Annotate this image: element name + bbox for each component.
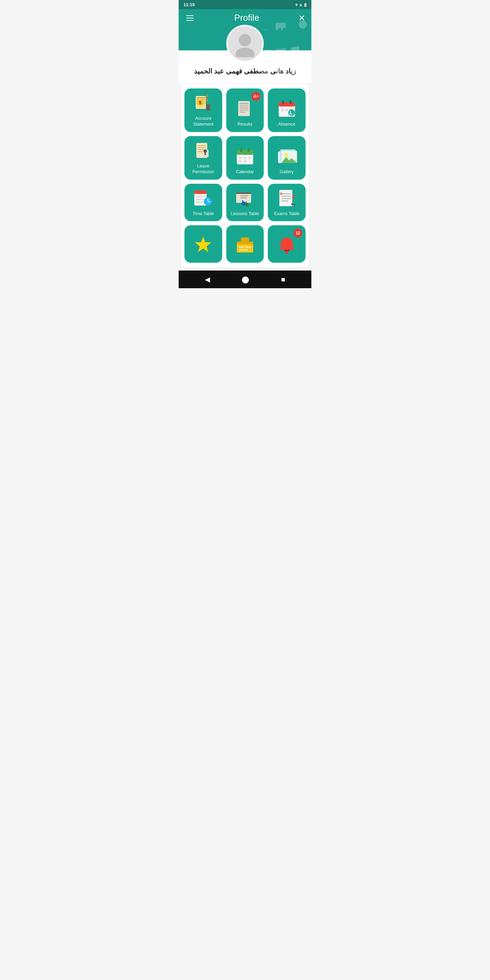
svg-marker-87: [195, 237, 211, 252]
avatar: [226, 25, 264, 62]
grid-item-account-statement[interactable]: $ Account Statement: [185, 89, 222, 132]
svg-rect-71: [208, 202, 210, 202]
profile-section: Profile ✕: [179, 9, 311, 83]
svg-rect-16: [196, 97, 205, 98]
label-calendar: Calendar: [236, 169, 254, 175]
svg-marker-22: [206, 94, 208, 98]
badge-results: A+: [251, 92, 260, 101]
label-lessons-table: Lessons Table: [231, 211, 259, 217]
grid-item-leave-permission[interactable]: Leave Permission: [185, 136, 222, 180]
svg-rect-65: [194, 191, 207, 194]
grid-item-item-12[interactable]: 12: [268, 225, 305, 263]
svg-rect-73: [236, 192, 251, 194]
svg-rect-51: [240, 148, 242, 152]
svg-rect-81: [282, 193, 291, 194]
grid-item-time-table[interactable]: Time Table: [185, 184, 222, 221]
svg-rect-28: [240, 107, 248, 108]
svg-rect-53: [239, 157, 242, 159]
svg-rect-26: [240, 103, 248, 104]
svg-rect-86: [291, 204, 295, 205]
svg-rect-79: [246, 202, 247, 205]
icon-calendar: [235, 146, 255, 166]
label-gallery: Gallery: [280, 169, 294, 175]
grid-item-item-11[interactable]: [226, 225, 264, 263]
icon-item-11: [235, 235, 255, 255]
grid-item-lessons-table[interactable]: Lessons Table: [226, 184, 264, 221]
close-button[interactable]: ✕: [298, 14, 305, 22]
svg-rect-35: [290, 100, 292, 105]
svg-rect-84: [282, 200, 288, 202]
svg-rect-30: [240, 110, 248, 111]
grid-item-absence[interactable]: L Absence: [268, 89, 305, 132]
icon-account-statement: $: [193, 92, 213, 113]
icon-time-table: [193, 188, 213, 208]
icon-exams-table: [277, 188, 297, 208]
svg-text:$: $: [199, 100, 202, 105]
icon-gallery: [277, 146, 297, 166]
svg-rect-74: [240, 195, 248, 196]
grid-section: $ Account StatementA+ Results L Absence: [181, 83, 309, 268]
svg-rect-34: [282, 100, 284, 105]
svg-marker-23: [206, 98, 208, 102]
svg-rect-36: [282, 108, 284, 111]
label-time-table: Time Table: [192, 211, 214, 217]
status-icons: ▾ ▲ ▮: [295, 2, 307, 7]
recents-button[interactable]: ■: [278, 273, 288, 286]
svg-text:L: L: [290, 110, 293, 115]
svg-rect-33: [279, 102, 295, 107]
svg-rect-50: [237, 150, 253, 155]
back-button[interactable]: ◀: [202, 272, 213, 286]
grid-item-exams-table[interactable]: Exams Table: [268, 184, 305, 221]
svg-rect-42: [198, 145, 206, 146]
wifi-icon: ▾: [295, 2, 298, 7]
svg-rect-57: [243, 160, 247, 162]
svg-point-76: [242, 202, 246, 205]
home-button[interactable]: ⬤: [239, 272, 252, 286]
menu-button[interactable]: [185, 14, 195, 22]
svg-rect-75: [240, 197, 247, 198]
svg-rect-31: [240, 112, 246, 113]
svg-rect-56: [239, 160, 242, 162]
grid-item-gallery[interactable]: Gallery: [268, 136, 305, 180]
label-account-statement: Account Statement: [187, 116, 220, 127]
label-leave-permission: Leave Permission: [187, 163, 220, 175]
icon-leave-permission: [193, 140, 213, 161]
svg-rect-68: [196, 202, 205, 203]
battery-icon: ▮: [304, 2, 307, 7]
svg-point-63: [285, 153, 288, 156]
grid-item-results[interactable]: A+ Results: [226, 89, 264, 132]
svg-rect-67: [196, 199, 205, 200]
icon-absence: L: [277, 98, 297, 119]
svg-rect-93: [284, 250, 290, 251]
svg-rect-83: [282, 198, 291, 199]
page-title: Profile: [234, 13, 259, 23]
svg-point-94: [285, 251, 288, 254]
svg-rect-91: [239, 249, 248, 250]
icon-item-10: [193, 235, 213, 255]
menu-grid: $ Account StatementA+ Results L Absence: [185, 89, 305, 263]
svg-rect-66: [196, 196, 205, 197]
avatar-container: [226, 25, 264, 62]
svg-point-14: [235, 48, 255, 57]
svg-rect-29: [240, 108, 248, 109]
svg-rect-43: [198, 147, 206, 148]
status-time: 11:19: [183, 2, 195, 7]
svg-rect-90: [239, 247, 251, 248]
bottom-navigation-bar: ◀ ⬤ ■: [179, 270, 311, 288]
svg-rect-85: [280, 192, 282, 195]
grid-item-item-10[interactable]: [185, 225, 222, 263]
svg-rect-52: [248, 148, 250, 152]
svg-rect-92: [241, 237, 249, 242]
badge-item-12: 12: [293, 229, 302, 237]
svg-rect-27: [240, 105, 248, 106]
svg-rect-24: [207, 105, 210, 111]
svg-rect-54: [243, 157, 247, 159]
svg-rect-82: [282, 196, 291, 197]
icon-lessons-table: [235, 188, 255, 208]
grid-item-calendar[interactable]: Calendar: [226, 136, 264, 180]
svg-point-13: [239, 34, 251, 46]
svg-rect-70: [208, 199, 208, 202]
svg-rect-78: [242, 200, 243, 204]
icon-results: [235, 98, 255, 119]
label-results: Results: [237, 121, 252, 127]
